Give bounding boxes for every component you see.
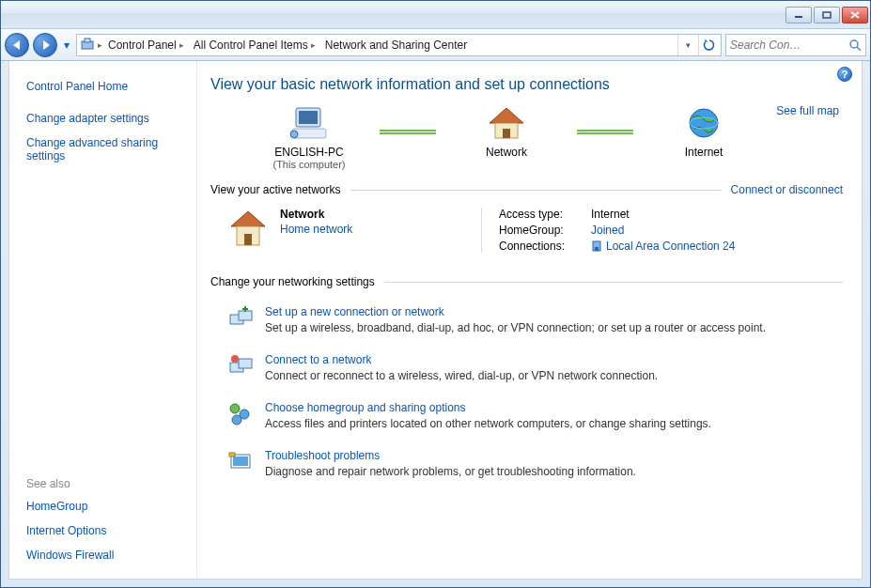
search-input[interactable] <box>730 39 848 52</box>
svg-point-25 <box>230 404 240 413</box>
see-also-homegroup[interactable]: HomeGroup <box>26 500 183 513</box>
svg-rect-1 <box>823 12 831 18</box>
setting-desc: Access files and printers located on oth… <box>265 417 711 430</box>
map-connector <box>577 114 633 147</box>
network-type-link[interactable]: Home network <box>280 223 352 236</box>
chevron-icon: ▸ <box>179 40 184 50</box>
close-button[interactable] <box>842 7 868 23</box>
svg-rect-30 <box>229 453 235 456</box>
content: View your basic network information and … <box>197 61 862 579</box>
map-connector <box>380 114 436 147</box>
maximize-button[interactable] <box>814 7 840 23</box>
computer-icon <box>288 104 330 142</box>
body: ? Control Panel Home Change adapter sett… <box>8 61 863 580</box>
toolbar: ▾ ▸ Control Panel▸ All Control Panel Ite… <box>1 29 870 61</box>
map-computer-name: ENGLISH-PC <box>274 146 343 159</box>
address-bar[interactable]: ▸ Control Panel▸ All Control Panel Items… <box>76 34 722 56</box>
search-icon <box>848 39 862 52</box>
search-box[interactable] <box>725 34 866 56</box>
minimize-button[interactable] <box>785 7 812 23</box>
nav-forward-button[interactable] <box>33 33 57 57</box>
connect-network-icon <box>227 353 254 379</box>
sidebar-link-adapter-settings[interactable]: Change adapter settings <box>26 112 183 125</box>
active-networks-label: View your active networks <box>210 183 341 196</box>
setting-title[interactable]: Set up a new connection or network <box>265 305 766 318</box>
map-computer-sub: (This computer) <box>272 159 345 170</box>
setting-connect-network[interactable]: Connect to a network Connect or reconnec… <box>210 344 843 392</box>
network-name: Network <box>280 208 352 221</box>
globe-icon <box>685 104 723 142</box>
house-icon <box>486 104 527 142</box>
svg-rect-21 <box>239 311 252 320</box>
sidebar-link-advanced-sharing[interactable]: Change advanced sharing settings <box>26 136 183 162</box>
title-bar <box>1 1 870 29</box>
svg-point-9 <box>290 131 298 138</box>
svg-marker-10 <box>490 108 523 123</box>
svg-rect-23 <box>239 359 252 368</box>
svg-point-24 <box>231 355 239 363</box>
setup-connection-icon <box>227 305 254 332</box>
address-dropdown-button[interactable]: ▾ <box>677 35 698 55</box>
map-node-network: Network <box>436 104 577 159</box>
setting-title[interactable]: Troubleshoot problems <box>265 449 636 462</box>
chevron-icon: ▸ <box>311 40 316 50</box>
see-also-windows-firewall[interactable]: Windows Firewall <box>26 549 183 562</box>
setting-title[interactable]: Choose homegroup and sharing options <box>265 401 711 414</box>
network-map: See full map ENGLISH-PC (This computer) <box>210 104 843 170</box>
svg-rect-17 <box>244 234 252 245</box>
see-also-internet-options[interactable]: Internet Options <box>26 524 183 537</box>
svg-rect-12 <box>503 129 510 138</box>
svg-point-4 <box>850 40 858 48</box>
active-network-block: Network Home network Access type: Intern… <box>210 204 843 262</box>
homegroup-icon <box>227 401 254 427</box>
sidebar: Control Panel Home Change adapter settin… <box>9 61 197 579</box>
svg-rect-7 <box>299 111 318 124</box>
nav-back-button[interactable] <box>5 33 29 57</box>
page-title: View your basic network information and … <box>210 76 843 93</box>
access-type-label: Access type: <box>499 208 585 221</box>
house-icon <box>227 208 269 249</box>
chevron-icon: ▸ <box>98 40 102 50</box>
breadcrumb-current[interactable]: Network and Sharing Center <box>321 35 471 55</box>
settings-list: Set up a new connection or network Set u… <box>210 296 843 487</box>
refresh-button[interactable] <box>698 35 719 55</box>
svg-rect-29 <box>233 456 248 466</box>
nav-history-dropdown[interactable]: ▾ <box>61 35 72 55</box>
setting-desc: Diagnose and repair network problems, or… <box>265 465 636 478</box>
window-frame: ▾ ▸ Control Panel▸ All Control Panel Ite… <box>0 0 871 588</box>
change-settings-header: Change your networking settings <box>210 275 843 288</box>
network-center-icon <box>79 37 96 54</box>
svg-rect-0 <box>795 16 802 18</box>
svg-marker-15 <box>231 211 265 226</box>
setting-desc: Connect or reconnect to a wireless, wire… <box>265 369 658 382</box>
breadcrumb-control-panel[interactable]: Control Panel▸ <box>104 35 188 55</box>
connection-link[interactable]: Local Area Connection 24 <box>606 240 735 253</box>
map-network-label: Network <box>486 146 527 159</box>
troubleshoot-icon <box>227 449 254 475</box>
connections-label: Connections: <box>499 240 585 253</box>
svg-line-5 <box>857 47 861 51</box>
ethernet-icon <box>591 240 602 253</box>
access-type-value: Internet <box>591 208 735 221</box>
setting-title[interactable]: Connect to a network <box>265 353 658 366</box>
setting-desc: Set up a wireless, broadband, dial-up, a… <box>265 321 766 334</box>
setting-troubleshoot[interactable]: Troubleshoot problems Diagnose and repai… <box>210 440 843 487</box>
change-settings-label: Change your networking settings <box>210 275 375 288</box>
homegroup-label: HomeGroup: <box>499 224 585 237</box>
homegroup-link[interactable]: Joined <box>591 224 735 237</box>
map-internet-label: Internet <box>685 146 723 159</box>
see-full-map-link[interactable]: See full map <box>776 104 839 117</box>
control-panel-home-link[interactable]: Control Panel Home <box>26 80 183 93</box>
breadcrumb-all-items[interactable]: All Control Panel Items▸ <box>190 35 319 55</box>
map-node-computer: ENGLISH-PC (This computer) <box>239 104 380 170</box>
setting-homegroup-sharing[interactable]: Choose homegroup and sharing options Acc… <box>210 392 843 440</box>
active-networks-header: View your active networks Connect or dis… <box>210 183 843 196</box>
svg-rect-19 <box>595 247 599 251</box>
connect-disconnect-link[interactable]: Connect or disconnect <box>731 183 843 196</box>
svg-point-27 <box>232 415 241 425</box>
svg-point-13 <box>690 109 718 137</box>
see-also-label: See also <box>26 477 183 490</box>
map-node-internet: Internet <box>633 104 774 159</box>
svg-rect-3 <box>85 39 90 42</box>
setting-setup-connection[interactable]: Set up a new connection or network Set u… <box>210 296 843 344</box>
